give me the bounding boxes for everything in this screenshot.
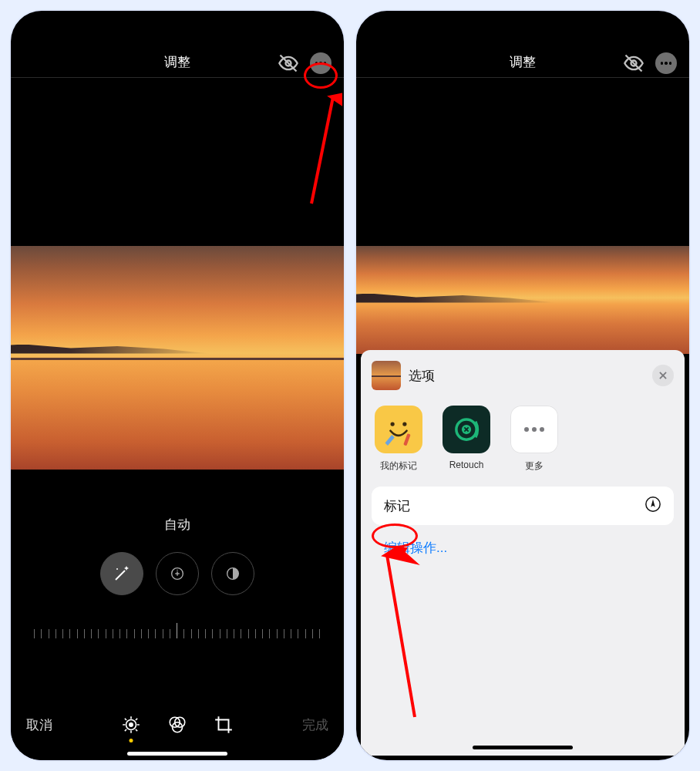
exposure-button[interactable]: [156, 552, 199, 595]
extension-apps: 我的标记 Retouch 更多: [372, 406, 674, 473]
svg-rect-29: [403, 433, 410, 446]
edit-controls: 自动: [11, 470, 344, 760]
svg-point-3: [116, 568, 118, 570]
adjust-label: 自动: [164, 516, 190, 534]
page-title: 调整: [164, 53, 190, 71]
edit-modes: [121, 715, 234, 735]
svg-point-7: [177, 570, 177, 571]
markup-row[interactable]: 标记: [372, 487, 674, 525]
adjust-slider[interactable]: [34, 621, 321, 638]
app-label: 我的标记: [380, 460, 417, 473]
sheet-header: 选项: [372, 361, 674, 390]
topbar: 调整: [356, 11, 689, 77]
adjust-dials: [100, 552, 254, 595]
more-apps-icon: [510, 406, 558, 453]
topbar: 调整: [11, 11, 344, 77]
topbar-actions: [278, 52, 331, 74]
brilliance-button[interactable]: [211, 552, 254, 595]
home-indicator: [127, 752, 227, 756]
markup-icon: [644, 496, 661, 517]
sheet-title: 选项: [409, 367, 644, 385]
spacer-top: [11, 78, 344, 246]
topbar-actions: [623, 52, 677, 74]
more-button[interactable]: [655, 52, 677, 74]
svg-line-17: [136, 719, 137, 720]
photo-preview: [11, 246, 344, 470]
page-title: 调整: [510, 53, 536, 71]
app-my-markup[interactable]: 我的标记: [373, 406, 424, 473]
spacer-top: [356, 78, 689, 246]
auto-enhance-button[interactable]: [100, 552, 143, 595]
edit-actions-link[interactable]: 编辑操作...: [372, 539, 674, 557]
options-sheet: 选项 我的标记: [361, 350, 685, 756]
svg-line-15: [136, 729, 137, 731]
svg-line-2: [116, 571, 125, 580]
svg-line-14: [125, 719, 126, 720]
phone-right: 调整 选项: [356, 11, 689, 760]
photo-thumbnail: [372, 361, 401, 390]
eye-off-icon[interactable]: [278, 52, 299, 74]
svg-point-18: [130, 723, 133, 726]
app-retouch[interactable]: Retouch: [441, 406, 492, 473]
my-markup-icon: [375, 406, 422, 453]
crop-tab-icon[interactable]: [214, 715, 234, 735]
close-button[interactable]: [652, 365, 674, 386]
app-more[interactable]: 更多: [509, 406, 560, 473]
home-indicator: [473, 746, 573, 749]
retouch-icon: [443, 406, 490, 453]
markup-label: 标记: [384, 497, 410, 515]
app-label: 更多: [525, 460, 544, 473]
photo-preview: [356, 246, 689, 354]
adjust-tab-icon[interactable]: [121, 715, 141, 735]
more-button[interactable]: [310, 52, 331, 74]
cancel-button[interactable]: 取消: [26, 716, 52, 734]
bottom-bar: 取消: [11, 705, 344, 745]
svg-point-27: [391, 422, 395, 426]
app-label: Retouch: [449, 460, 484, 470]
filters-tab-icon[interactable]: [167, 715, 187, 735]
eye-off-icon[interactable]: [623, 52, 644, 74]
done-button[interactable]: 完成: [302, 716, 328, 734]
svg-line-16: [125, 729, 126, 731]
phone-left: 调整 自动: [11, 11, 344, 760]
svg-point-28: [402, 422, 406, 426]
